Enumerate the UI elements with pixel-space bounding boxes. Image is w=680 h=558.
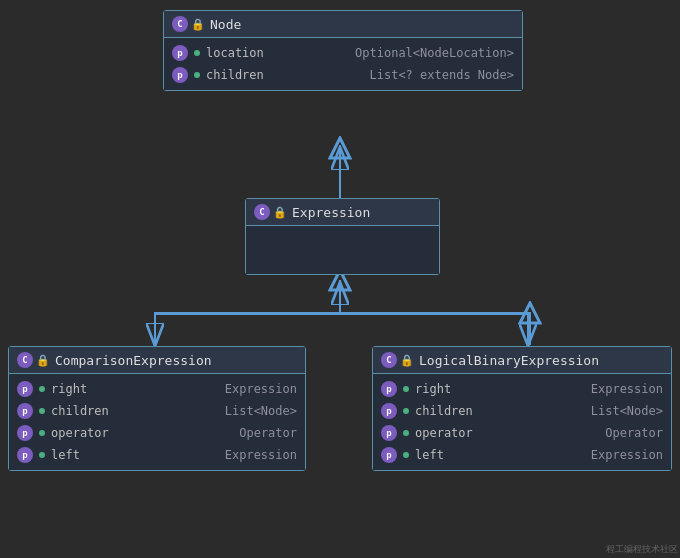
expression-header-icons: C 🔒	[254, 204, 287, 220]
logical-field-left: p left Expression	[373, 444, 671, 466]
location-dot	[194, 50, 200, 56]
node-class-body: p location Optional<NodeLocation> p chil…	[164, 38, 522, 90]
comparison-right-dot	[39, 386, 45, 392]
logical-right-dot	[403, 386, 409, 392]
comparison-operator-name: operator	[51, 426, 109, 440]
comparison-right-icon: p	[17, 381, 33, 397]
logical-children-type: List<Node>	[581, 404, 663, 418]
comparison-children-dot	[39, 408, 45, 414]
comparison-left-dot	[39, 452, 45, 458]
logical-operator-type: Operator	[595, 426, 663, 440]
expression-class-name: Expression	[292, 205, 370, 220]
logical-lock-icon: 🔒	[400, 353, 414, 367]
expression-class-header: C 🔒 Expression	[246, 199, 439, 226]
comparison-field-children: p children List<Node>	[9, 400, 305, 422]
node-header-icons: C 🔒	[172, 16, 205, 32]
comparison-field-operator: p operator Operator	[9, 422, 305, 444]
comparison-operator-dot	[39, 430, 45, 436]
comparison-right-name: right	[51, 382, 87, 396]
logical-field-children: p children List<Node>	[373, 400, 671, 422]
logical-operator-name: operator	[415, 426, 473, 440]
logical-field-right: p right Expression	[373, 378, 671, 400]
logical-class-name: LogicalBinaryExpression	[419, 353, 599, 368]
logical-operator-dot	[403, 430, 409, 436]
comparison-children-name: children	[51, 404, 109, 418]
node-lock-icon: 🔒	[191, 17, 205, 31]
logical-class-header: C 🔒 LogicalBinaryExpression	[373, 347, 671, 374]
comparison-left-icon: p	[17, 447, 33, 463]
logical-class-body: p right Expression p children List<Node>…	[373, 374, 671, 470]
node-field-location: p location Optional<NodeLocation>	[164, 42, 522, 64]
logical-class-icon: C	[381, 352, 397, 368]
logical-header-icons: C 🔒	[381, 352, 414, 368]
children-property-icon: p	[172, 67, 188, 83]
comparison-class-box: C 🔒 ComparisonExpression p right Express…	[8, 346, 306, 471]
children-dot	[194, 72, 200, 78]
children-field-type: List<? extends Node>	[360, 68, 515, 82]
logical-right-name: right	[415, 382, 451, 396]
logical-right-type: Expression	[581, 382, 663, 396]
location-property-icon: p	[172, 45, 188, 61]
comparison-right-type: Expression	[215, 382, 297, 396]
comparison-operator-icon: p	[17, 425, 33, 441]
node-class-name: Node	[210, 17, 241, 32]
comparison-operator-type: Operator	[229, 426, 297, 440]
node-class-box: C 🔒 Node p location Optional<NodeLocatio…	[163, 10, 523, 91]
comparison-children-type: List<Node>	[215, 404, 297, 418]
logical-class-box: C 🔒 LogicalBinaryExpression p right Expr…	[372, 346, 672, 471]
comparison-lock-icon: 🔒	[36, 353, 50, 367]
comparison-class-body: p right Expression p children List<Node>…	[9, 374, 305, 470]
logical-left-dot	[403, 452, 409, 458]
comparison-field-left: p left Expression	[9, 444, 305, 466]
comparison-left-type: Expression	[215, 448, 297, 462]
logical-operator-icon: p	[381, 425, 397, 441]
logical-field-operator: p operator Operator	[373, 422, 671, 444]
comparison-left-name: left	[51, 448, 80, 462]
logical-left-type: Expression	[581, 448, 663, 462]
watermark: 程工编程技术社区	[606, 543, 678, 556]
expression-class-body	[246, 226, 439, 274]
location-field-name: location	[206, 46, 264, 60]
logical-left-icon: p	[381, 447, 397, 463]
location-field-type: Optional<NodeLocation>	[345, 46, 514, 60]
comparison-class-header: C 🔒 ComparisonExpression	[9, 347, 305, 374]
node-class-icon: C	[172, 16, 188, 32]
comparison-class-icon: C	[17, 352, 33, 368]
children-field-name: children	[206, 68, 264, 82]
expression-class-box: C 🔒 Expression	[245, 198, 440, 275]
node-class-header: C 🔒 Node	[164, 11, 522, 38]
comparison-field-right: p right Expression	[9, 378, 305, 400]
comparison-header-icons: C 🔒	[17, 352, 50, 368]
comparison-children-icon: p	[17, 403, 33, 419]
expression-lock-icon: 🔒	[273, 205, 287, 219]
expression-class-icon: C	[254, 204, 270, 220]
diagram-container: C 🔒 Node p location Optional<NodeLocatio…	[0, 0, 680, 558]
node-field-children: p children List<? extends Node>	[164, 64, 522, 86]
comparison-class-name: ComparisonExpression	[55, 353, 212, 368]
logical-right-icon: p	[381, 381, 397, 397]
logical-left-name: left	[415, 448, 444, 462]
logical-children-dot	[403, 408, 409, 414]
logical-children-name: children	[415, 404, 473, 418]
logical-children-icon: p	[381, 403, 397, 419]
